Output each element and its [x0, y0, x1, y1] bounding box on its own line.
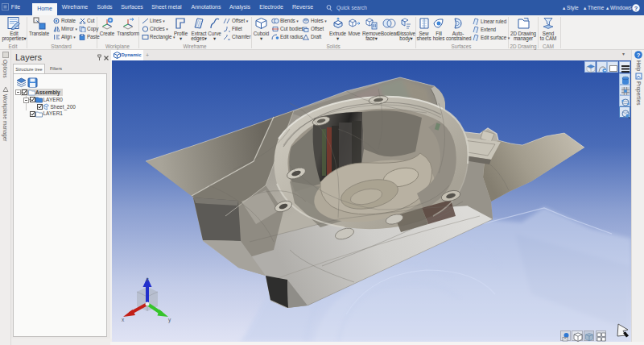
- svg-text:?: ?: [634, 5, 638, 12]
- svg-text:?: ?: [637, 52, 641, 59]
- svg-text:z: z: [147, 276, 149, 282]
